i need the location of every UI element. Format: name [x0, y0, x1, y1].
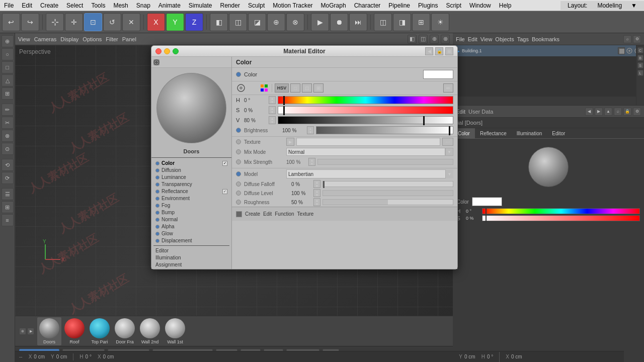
selection-tool[interactable]: ⊹: [46, 13, 64, 31]
z-axis-btn[interactable]: Z: [185, 13, 203, 31]
dialog-back-btn[interactable]: ◀: [425, 47, 433, 55]
v-value[interactable]: 80 %: [244, 118, 267, 123]
menu-window[interactable]: Window: [465, 2, 495, 9]
dialog-tab-edit[interactable]: Edit: [263, 211, 272, 217]
color-icon-spectrum[interactable]: [248, 83, 258, 93]
right-icon-2[interactable]: B: [637, 55, 643, 61]
brightness-value[interactable]: 100 %: [282, 128, 305, 133]
menu-plugins[interactable]: Plugins: [414, 2, 442, 9]
render-btn[interactable]: ▶: [311, 13, 329, 31]
viewport-btn-4[interactable]: ⊗: [441, 35, 450, 44]
channel-reflectance[interactable]: Reflectance ✓: [153, 188, 229, 195]
viewport-btn-3[interactable]: ⊕: [430, 35, 439, 44]
sidebar-btn-3[interactable]: □: [2, 61, 14, 73]
viewport-menu-options[interactable]: Options: [83, 36, 102, 42]
model-dot[interactable]: [236, 171, 241, 176]
object-tool-3[interactable]: ◪: [248, 13, 266, 31]
obj-panel-tags[interactable]: Tags: [517, 36, 529, 42]
dialog-lock-btn[interactable]: 🔒: [435, 47, 443, 55]
rgh-down[interactable]: ▼: [314, 202, 320, 206]
color-icon-6[interactable]: ⊞: [313, 83, 324, 93]
objects-list[interactable]: ▶ Building.1 C B: [453, 45, 644, 106]
menu-animate[interactable]: Animate: [154, 2, 185, 9]
material-strip-item-wall2nd[interactable]: Wall 2nd: [138, 317, 162, 345]
material-strip-item-wall1st[interactable]: Wall 1st: [163, 317, 187, 345]
sidebar-btn-14[interactable]: ≡: [2, 214, 14, 226]
obj-panel-bookmarks[interactable]: Bookmarks: [532, 36, 559, 42]
menu-render[interactable]: Render: [216, 2, 244, 9]
model-value[interactable]: Lambertian: [286, 169, 453, 178]
sat-slider[interactable]: [278, 106, 453, 114]
menu-help[interactable]: Help: [495, 2, 516, 9]
coord-h-value[interactable]: 0 °: [487, 354, 493, 359]
redo-button[interactable]: ↪: [21, 13, 39, 31]
rgh-up[interactable]: ▲: [314, 199, 320, 202]
obj-panel-search[interactable]: ⌕: [623, 35, 631, 43]
roughness-spinner[interactable]: ▲ ▼: [313, 198, 320, 206]
obj-panel-objects[interactable]: Objects: [495, 36, 514, 42]
sidebar-btn-2[interactable]: ○: [2, 48, 14, 60]
menu-mograph[interactable]: MoGraph: [317, 2, 350, 9]
brightness-spinner-up[interactable]: ▲: [307, 127, 313, 130]
mix-strength-down[interactable]: ▼: [309, 162, 315, 165]
sidebar-btn-4[interactable]: △: [2, 74, 14, 86]
channel-bump[interactable]: Bump: [153, 209, 229, 216]
color-icon-4[interactable]: □: [290, 83, 300, 93]
diffuse-level-spinner[interactable]: ▲ ▼: [313, 189, 320, 197]
color-enabled-dot[interactable]: [236, 72, 241, 77]
v-spinner-up[interactable]: ▲: [269, 117, 275, 120]
channel-assignment[interactable]: Assignment: [153, 261, 229, 268]
close-btn[interactable]: [155, 48, 162, 54]
render-settings-btn[interactable]: ⏭: [349, 13, 367, 31]
menu-character[interactable]: Character: [350, 2, 385, 9]
channel-glow[interactable]: Glow: [153, 230, 229, 237]
color-icon-5[interactable]: ⊡: [302, 83, 312, 93]
s-spinner-up[interactable]: ▲: [269, 107, 275, 110]
main-x-value[interactable]: 0 cm: [34, 354, 45, 359]
obj-panel-settings[interactable]: ⚙: [633, 35, 641, 43]
viewport-menu-cameras[interactable]: Cameras: [34, 36, 57, 42]
menu-select[interactable]: Select: [62, 2, 87, 9]
texture-play-btn[interactable]: ▶: [286, 138, 294, 146]
channel-illumination[interactable]: Illumination: [153, 254, 229, 261]
dialog-tab-create[interactable]: Create: [245, 211, 260, 217]
hue-slider[interactable]: [278, 96, 453, 104]
object-tool-4[interactable]: ⊕: [267, 13, 285, 31]
attr-tab-reflectance[interactable]: Reflectance: [475, 128, 512, 138]
material-strip-item-doors[interactable]: Doors: [37, 317, 61, 345]
h-spinner-down[interactable]: ▼: [269, 100, 275, 104]
sidebar-btn-9[interactable]: ⊙: [2, 143, 14, 155]
obj-panel-edit[interactable]: Edit: [468, 36, 477, 42]
channel-diffusion[interactable]: Diffusion: [153, 167, 229, 173]
menu-edit[interactable]: Edit: [18, 2, 36, 9]
right-icon-3[interactable]: S: [637, 62, 643, 68]
diffuse-falloff-spinner[interactable]: ▲ ▼: [313, 180, 320, 188]
color-icon-wheel[interactable]: [236, 83, 246, 93]
main-h-value[interactable]: 0 °: [86, 354, 92, 359]
menu-create[interactable]: Create: [36, 2, 62, 9]
material-strip-item-toppari[interactable]: Top Pari: [88, 317, 112, 345]
attr-tab-editor[interactable]: Editor: [547, 128, 570, 138]
material-strip-create[interactable]: ⊕: [19, 328, 26, 335]
undo-button[interactable]: ↩: [2, 13, 20, 31]
right-icon-1[interactable]: C: [637, 47, 643, 53]
df-down[interactable]: ▼: [314, 184, 320, 188]
right-icon-4[interactable]: L: [637, 70, 643, 76]
material-strip-item-doorframe[interactable]: Door Fra: [113, 317, 137, 345]
attr-lock[interactable]: 🔒: [623, 108, 631, 116]
mix-strength-slider[interactable]: [317, 159, 453, 165]
scale-tool[interactable]: ⊡: [84, 13, 102, 31]
v-spinner-down[interactable]: ▼: [269, 120, 275, 124]
render-region-btn[interactable]: ⏺: [330, 13, 348, 31]
viewport-menu-display[interactable]: Display: [60, 36, 78, 42]
obj-panel-file[interactable]: File: [456, 36, 465, 42]
object-tool-1[interactable]: ◧: [210, 13, 228, 31]
dialog-tab-texture[interactable]: Texture: [297, 211, 314, 217]
sidebar-btn-1[interactable]: ⊕: [2, 35, 14, 47]
sidebar-btn-12[interactable]: ☰: [2, 188, 14, 200]
attr-tab-illumination[interactable]: Illumination: [512, 128, 547, 138]
s-value[interactable]: 0 %: [244, 108, 267, 113]
brightness-slider[interactable]: [316, 126, 453, 134]
menu-pipeline[interactable]: Pipeline: [384, 2, 414, 9]
channel-alpha[interactable]: Alpha: [153, 223, 229, 230]
